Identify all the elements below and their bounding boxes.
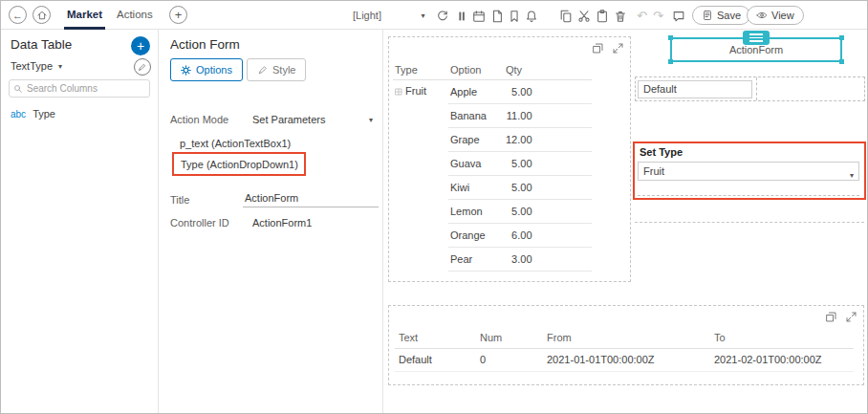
cut-button[interactable] <box>575 8 592 24</box>
parameter-p-text[interactable]: p_text (ActionTextBox1) <box>180 138 291 149</box>
data-table-sidebar: Data Table + TextType ▾ abcType <box>1 30 159 413</box>
app-window: ← Market Actions + [Light] ▾ <box>0 0 868 414</box>
table-row: Default 0 2021-01-01T00:00:00Z 2021-02-0… <box>395 348 854 371</box>
selected-actionform-widget[interactable]: ActionForm <box>670 37 842 62</box>
redo-button[interactable]: ↷ <box>650 8 666 24</box>
brush-icon <box>257 65 268 76</box>
drag-handle-icon[interactable] <box>743 31 770 45</box>
grid-divider <box>638 195 859 196</box>
redo-icon: ↷ <box>653 9 663 23</box>
parameter-type-highlighted[interactable]: Type (ActionDropDown1) <box>172 152 306 176</box>
title-label: Title <box>170 194 189 206</box>
cell-qty: 5.00 <box>504 79 534 103</box>
col-header-option[interactable]: Option <box>448 60 504 79</box>
save-label: Save <box>717 10 741 21</box>
back-arrow-icon: ← <box>12 10 23 21</box>
page-button[interactable] <box>488 8 505 24</box>
theme-selector[interactable]: [Light] <box>353 1 381 30</box>
grid-divider <box>635 222 864 223</box>
eye-icon <box>756 10 768 21</box>
search-input[interactable] <box>27 83 132 94</box>
undo-button[interactable]: ↶ <box>634 8 650 24</box>
cell-option: Grape <box>448 127 504 151</box>
cell-qty: 12.00 <box>504 127 534 151</box>
schedule-button[interactable] <box>470 8 487 24</box>
cell-from: 2021-01-01T00:00:00Z <box>543 348 710 371</box>
action-textbox[interactable]: Default <box>638 80 752 98</box>
copy-button[interactable] <box>557 8 574 24</box>
cell-option: Banana <box>448 103 504 127</box>
edit-table-button[interactable] <box>134 58 151 76</box>
scissors-icon <box>577 10 591 23</box>
popout-icon[interactable] <box>592 42 604 54</box>
add-tab-button[interactable]: + <box>169 6 187 24</box>
cell-filler <box>534 79 592 103</box>
bookmark-button[interactable] <box>506 8 522 24</box>
grid-divider <box>756 77 757 100</box>
popout-icon[interactable] <box>825 311 837 323</box>
group-grid-icon <box>395 86 402 98</box>
cell-filler <box>534 175 592 199</box>
selection-handle[interactable] <box>668 59 673 64</box>
search-icon <box>13 84 23 94</box>
view-button[interactable]: View <box>747 6 804 25</box>
plus-icon: + <box>175 8 183 22</box>
theme-dropdown-button[interactable]: ▾ <box>415 8 431 24</box>
trash-icon <box>614 10 627 23</box>
column-name: Type <box>33 108 55 120</box>
save-button[interactable]: Save <box>692 6 750 25</box>
alerts-button[interactable] <box>523 8 539 24</box>
col-header-type[interactable]: Type <box>393 60 448 79</box>
comment-icon <box>672 10 685 23</box>
selection-handle[interactable] <box>668 35 673 40</box>
comments-button[interactable] <box>670 8 686 24</box>
cell-filler <box>534 151 592 175</box>
controller-id-input[interactable]: ActionForm1 <box>252 217 312 229</box>
expand-icon[interactable] <box>612 42 624 54</box>
plus-icon: + <box>137 38 144 54</box>
dropdown-label: Set Type <box>640 146 683 158</box>
col-header-qty[interactable]: Qty <box>504 60 534 79</box>
col-header-from[interactable]: From <box>543 327 710 348</box>
tab-options[interactable]: Options <box>170 58 243 81</box>
col-header-num[interactable]: Num <box>476 327 543 348</box>
selection-handle[interactable] <box>839 35 844 40</box>
back-button[interactable]: ← <box>9 6 27 24</box>
table-row: Fruit Apple 5.00 <box>393 79 592 103</box>
pause-button[interactable] <box>453 8 469 24</box>
search-box <box>9 79 150 98</box>
bell-icon <box>525 10 538 23</box>
home-button[interactable] <box>33 6 51 24</box>
delete-button[interactable] <box>612 8 628 24</box>
refresh-icon <box>436 10 449 23</box>
col-header-text[interactable]: Text <box>395 327 476 348</box>
cell-option: Guava <box>448 151 504 175</box>
action-mode-select[interactable]: Set Parameters <box>252 114 325 125</box>
cell-qty: 3.00 <box>504 247 534 271</box>
tab-style[interactable]: Style <box>247 58 306 81</box>
tab-actions[interactable]: Actions <box>114 1 156 30</box>
cell-filler <box>534 103 592 127</box>
parameters-table-part: Text Num From To Default 0 2021-01-01T00… <box>388 305 864 385</box>
title-input[interactable]: ActionForm <box>243 192 379 207</box>
refresh-button[interactable] <box>434 8 450 24</box>
cell-option: Pear <box>448 247 504 271</box>
selection-handle[interactable] <box>839 59 844 64</box>
add-data-table-button[interactable]: + <box>131 36 150 55</box>
pause-icon <box>455 10 468 23</box>
bookmark-icon <box>508 10 521 23</box>
action-mode-label: Action Mode <box>170 114 228 125</box>
preview-table: Type Option Qty Fruit Apple 5.00 <box>393 60 592 272</box>
tab-market[interactable]: Market <box>64 1 105 30</box>
paste-button[interactable] <box>594 8 610 24</box>
textbox-widget-cell: Default <box>635 76 865 101</box>
group-cell: Fruit <box>393 79 448 271</box>
document-icon <box>490 10 504 23</box>
cell-to: 2021-02-01T00:00:00Z <box>710 348 854 371</box>
type-dropdown[interactable]: Fruit ▾ <box>638 162 859 181</box>
home-icon <box>36 10 48 21</box>
expand-icon[interactable] <box>845 311 857 323</box>
col-header-to[interactable]: To <box>710 327 854 348</box>
table-selector[interactable]: TextType <box>11 60 53 72</box>
column-item-type[interactable]: abcType <box>11 108 55 120</box>
